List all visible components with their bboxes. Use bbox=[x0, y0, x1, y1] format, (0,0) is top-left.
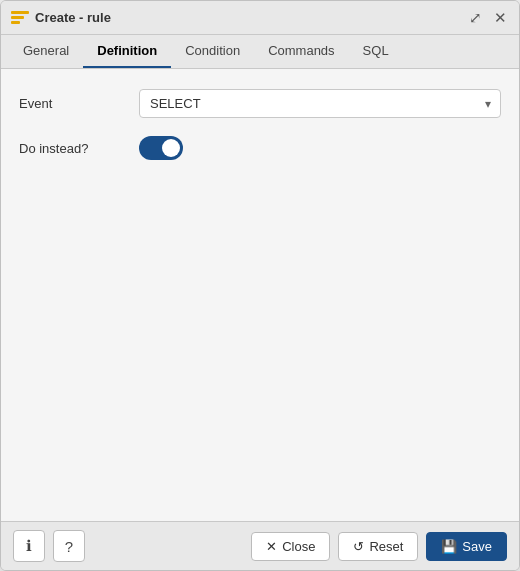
tab-general[interactable]: General bbox=[9, 35, 83, 68]
window-title: Create - rule bbox=[35, 10, 111, 25]
do-instead-toggle[interactable] bbox=[139, 136, 183, 160]
event-select-wrapper: SELECT INSERT UPDATE DELETE ▾ bbox=[139, 89, 501, 118]
close-window-button[interactable]: ✕ bbox=[492, 9, 509, 27]
toggle-slider bbox=[139, 136, 183, 160]
save-icon: 💾 bbox=[441, 539, 457, 554]
tab-definition[interactable]: Definition bbox=[83, 35, 171, 68]
tab-commands[interactable]: Commands bbox=[254, 35, 348, 68]
footer: ℹ ? ✕ Close ↺ Reset 💾 Save bbox=[1, 521, 519, 570]
event-select[interactable]: SELECT INSERT UPDATE DELETE bbox=[139, 89, 501, 118]
do-instead-toggle-wrapper bbox=[139, 136, 501, 160]
help-icon: ? bbox=[65, 538, 73, 555]
close-label: Close bbox=[282, 539, 315, 554]
titlebar-left: Create - rule bbox=[11, 10, 111, 25]
do-instead-row: Do instead? bbox=[19, 136, 501, 160]
titlebar-controls: ⤢ ✕ bbox=[467, 9, 509, 27]
tab-condition[interactable]: Condition bbox=[171, 35, 254, 68]
tabs-bar: General Definition Condition Commands SQ… bbox=[1, 35, 519, 69]
save-button[interactable]: 💾 Save bbox=[426, 532, 507, 561]
reset-button[interactable]: ↺ Reset bbox=[338, 532, 418, 561]
event-row: Event SELECT INSERT UPDATE DELETE ▾ bbox=[19, 89, 501, 118]
reset-icon: ↺ bbox=[353, 539, 364, 554]
do-instead-label: Do instead? bbox=[19, 141, 139, 156]
event-label: Event bbox=[19, 96, 139, 111]
info-icon: ℹ bbox=[26, 537, 32, 555]
tab-sql[interactable]: SQL bbox=[349, 35, 403, 68]
maximize-button[interactable]: ⤢ bbox=[467, 9, 484, 27]
close-button[interactable]: ✕ Close bbox=[251, 532, 330, 561]
help-button[interactable]: ? bbox=[53, 530, 85, 562]
footer-left: ℹ ? bbox=[13, 530, 85, 562]
titlebar: Create - rule ⤢ ✕ bbox=[1, 1, 519, 35]
tab-content: Event SELECT INSERT UPDATE DELETE ▾ Do i… bbox=[1, 69, 519, 521]
info-button[interactable]: ℹ bbox=[13, 530, 45, 562]
footer-right: ✕ Close ↺ Reset 💾 Save bbox=[251, 532, 507, 561]
table-icon bbox=[11, 11, 29, 25]
close-icon: ✕ bbox=[266, 539, 277, 554]
create-rule-window: Create - rule ⤢ ✕ General Definition Con… bbox=[0, 0, 520, 571]
reset-label: Reset bbox=[369, 539, 403, 554]
save-label: Save bbox=[462, 539, 492, 554]
